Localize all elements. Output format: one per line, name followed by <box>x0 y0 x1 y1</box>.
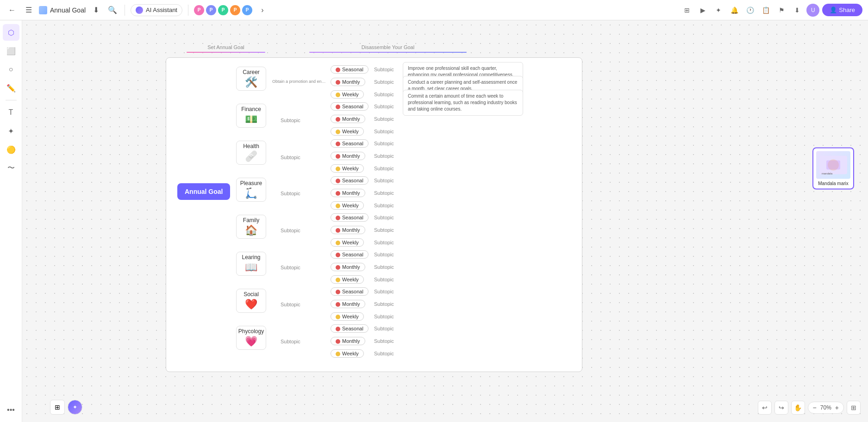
finance-monthly[interactable]: Monthly <box>331 115 365 123</box>
menu-button[interactable]: ☰ <box>22 4 35 17</box>
so-monthly-icon <box>336 302 340 307</box>
sidebar-frame[interactable]: ⬜ <box>3 43 19 59</box>
pl-monthly-icon <box>336 191 340 196</box>
health-name: Health <box>243 143 259 149</box>
share-label: Share <box>839 6 855 13</box>
fit-button[interactable]: ⊞ <box>847 401 861 415</box>
toolbar-icon-2[interactable]: ▶ <box>696 4 709 17</box>
branch-phycology[interactable]: Phycology 💗 <box>236 326 266 350</box>
le-weekly-icon <box>336 278 340 282</box>
collab-user-1: P <box>194 5 204 15</box>
hand-tool-button[interactable]: ✋ <box>791 401 805 415</box>
branch-health[interactable]: Health 🩹 <box>236 141 266 165</box>
disassemble-label: Disassemble Your Goal <box>362 44 414 50</box>
branch-learing[interactable]: Learing 📖 <box>236 252 266 276</box>
undo-button[interactable]: ↩ <box>758 401 772 415</box>
pleasure-seasonal[interactable]: Seasonal <box>331 176 368 185</box>
pleasure-monthly[interactable]: Monthly <box>331 189 365 197</box>
phycology-weekly[interactable]: Weekly <box>331 349 364 358</box>
central-node[interactable]: Annual Goal <box>177 183 230 200</box>
branch-family[interactable]: Family 🏠 <box>236 215 266 239</box>
social-monthly[interactable]: Monthly <box>331 300 365 308</box>
toolbar-icon-7[interactable]: ⚑ <box>775 4 788 17</box>
branch-social[interactable]: Social ❤️ <box>236 289 266 313</box>
sidebar-pen[interactable]: ✏️ <box>3 80 19 96</box>
social-seasonal[interactable]: Seasonal <box>331 287 368 296</box>
phycology-seasonal[interactable]: Seasonal <box>331 324 368 333</box>
family-subtopic: Subtopic <box>281 228 300 233</box>
finance-weekly-sub: Subtopic <box>374 129 394 134</box>
career-weekly-sub: Subtopic <box>374 92 394 97</box>
finance-weekly[interactable]: Weekly <box>331 127 364 136</box>
h-monthly-icon <box>336 154 340 159</box>
health-monthly-sub: Subtopic <box>374 153 394 159</box>
branch-finance[interactable]: Finance 💵 <box>236 104 266 128</box>
collab-user-4: P <box>230 5 240 15</box>
health-weekly[interactable]: Weekly <box>331 164 364 173</box>
disassemble-header: Disassemble Your Goal <box>309 44 467 53</box>
career-name: Career <box>243 69 260 75</box>
more-button[interactable]: › <box>256 4 269 17</box>
user-avatar[interactable]: U <box>806 4 819 17</box>
topbar-right: ⊞ ▶ ✦ 🔔 🕐 📋 ⚑ ⬇ U 👤 Share <box>681 4 862 17</box>
toolbar-icon-3[interactable]: ✦ <box>712 4 725 17</box>
phycology-monthly[interactable]: Monthly <box>331 337 365 345</box>
sidebar-shapes[interactable]: ⬡ <box>3 24 19 41</box>
mini-thumbnail[interactable]: mandala Mandala marix <box>812 148 854 190</box>
doc-title-text: Annual Goal <box>50 6 86 14</box>
social-weekly[interactable]: Weekly <box>331 312 364 321</box>
f-seasonal-icon <box>336 105 340 109</box>
zoom-out-button[interactable]: − <box>813 404 817 411</box>
toolbar-icon-5[interactable]: 🕐 <box>743 4 756 17</box>
toolbar-icon-4[interactable]: 🔔 <box>728 4 741 17</box>
le-monthly-icon <box>336 265 340 270</box>
sidebar-circle[interactable]: ○ <box>3 61 19 78</box>
finance-seasonal[interactable]: Seasonal <box>331 102 368 111</box>
career-weekly[interactable]: Weekly <box>331 90 364 99</box>
toolbar-icon-1[interactable]: ⊞ <box>681 4 693 17</box>
sidebar-text[interactable]: T <box>3 104 19 121</box>
zoom-in-button[interactable]: + <box>835 404 839 411</box>
branch-pleasure[interactable]: Pleasure 🛴 <box>236 178 266 202</box>
learing-weekly[interactable]: Weekly <box>331 275 364 284</box>
search-button[interactable]: 🔍 <box>106 4 119 17</box>
branch-career[interactable]: Career 🛠️ <box>236 67 266 91</box>
career-monthly[interactable]: Monthly <box>331 78 365 86</box>
sidebar-connector[interactable]: 〜 <box>3 160 19 176</box>
social-emoji: ❤️ <box>245 298 257 310</box>
family-seasonal[interactable]: Seasonal <box>331 213 368 222</box>
ai-assistant-button[interactable]: AI Assistant <box>131 4 182 16</box>
redo-button[interactable]: ↪ <box>774 401 788 415</box>
share-button[interactable]: 👤 Share <box>822 4 862 16</box>
health-seasonal[interactable]: Seasonal <box>331 139 368 148</box>
health-monthly[interactable]: Monthly <box>331 152 365 160</box>
pleasure-emoji: 🛴 <box>245 187 257 199</box>
topbar-left: ← ☰ Annual Goal ⬇ 🔍 AI Assistant P P P P… <box>6 4 269 17</box>
toolbar-icon-6[interactable]: 📋 <box>759 4 772 17</box>
career-monthly-sub: Subtopic <box>374 79 394 85</box>
learing-seasonal[interactable]: Seasonal <box>331 250 368 259</box>
family-weekly[interactable]: Weekly <box>331 238 364 247</box>
sidebar-more[interactable]: ••• <box>3 402 19 418</box>
pleasure-seasonal-sub: Subtopic <box>374 178 394 183</box>
sidebar-star[interactable]: ✦ <box>3 123 19 139</box>
fa-monthly-icon <box>336 228 340 233</box>
family-monthly[interactable]: Monthly <box>331 226 365 234</box>
phycology-subtopic: Subtopic <box>281 339 300 344</box>
canvas-area[interactable]: Set Annual Goal Disassemble Your Goal <box>22 20 868 422</box>
ai-bottom-button[interactable]: ✦ <box>68 400 82 415</box>
back-button[interactable]: ← <box>6 4 19 17</box>
set-goal-label: Set Annual Goal <box>207 44 244 50</box>
pages-button[interactable]: ⊞ <box>50 400 65 415</box>
ph-seasonal-icon <box>336 327 340 331</box>
learing-monthly[interactable]: Monthly <box>331 263 365 271</box>
social-seasonal-sub: Subtopic <box>374 289 394 294</box>
sidebar-sticky[interactable]: 🟡 <box>3 141 19 158</box>
health-subtopic: Subtopic <box>281 155 300 160</box>
zoom-level: 70% <box>820 404 831 411</box>
pleasure-weekly[interactable]: Weekly <box>331 201 364 210</box>
toolbar-icon-8[interactable]: ⬇ <box>791 4 804 17</box>
pl-weekly-icon <box>336 204 340 208</box>
download-button[interactable]: ⬇ <box>89 4 102 17</box>
career-seasonal[interactable]: Seasonal <box>331 65 368 74</box>
